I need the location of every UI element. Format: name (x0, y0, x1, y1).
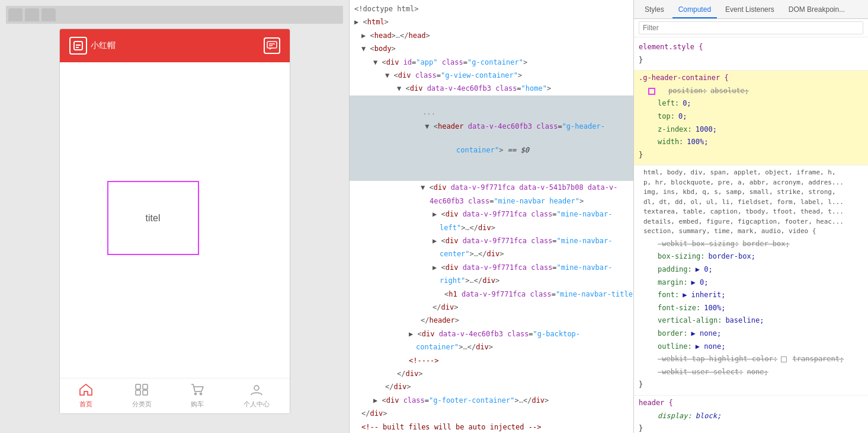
prop-webkit-tap: -webkit-tap-highlight-color: (648, 353, 777, 366)
expand-arrow-body[interactable]: ▼ (361, 44, 366, 53)
mobile-footer: 首页 分类页 (60, 378, 290, 413)
dom-line[interactable]: ▶ <div data-v-9f771fca class="mine-navba… (350, 234, 633, 247)
more-btn[interactable]: ··· (422, 110, 435, 118)
expand-arrow-view[interactable]: ▼ (385, 71, 389, 79)
svg-rect-3 (267, 42, 277, 48)
style-selector-element: element.style { (639, 41, 863, 54)
dom-line-selected[interactable]: ··· ▼ <header data-v-4ec60fb3 class="g-h… (350, 95, 633, 182)
prop-top-value: 0; (678, 110, 687, 123)
expand-arrow[interactable]: ▶ (361, 31, 366, 40)
dom-inspector-panel: <!doctype html> ▶ <html> ▶ <head>…</head… (350, 0, 634, 433)
prop-display: display: (648, 410, 692, 423)
content-label: titel (146, 213, 161, 224)
mobile-header: 小红帽 (60, 29, 290, 62)
style-prop-width: width: 100%; (639, 136, 863, 149)
expand-arrow-left[interactable]: ▶ (433, 210, 437, 218)
footer-item-profile[interactable]: 个人中心 (244, 384, 270, 409)
tag-bracket: < (363, 18, 367, 26)
dom-line[interactable]: ▶ <div data-v-4ec60fb3 class="g-backtop- (350, 327, 633, 340)
dom-line[interactable]: container">…</div> (350, 340, 633, 354)
expand-arrow-right[interactable]: ▶ (433, 263, 437, 272)
prop-box-sizing: box-sizing: (648, 250, 704, 263)
prop-vertical-align: vertical-align: (648, 314, 722, 327)
dom-content[interactable]: <!doctype html> ▶ <html> ▶ <head>…</head… (350, 0, 633, 433)
dom-line[interactable]: center">…</div> (350, 247, 633, 260)
mobile-content: titel (60, 62, 290, 378)
dom-line[interactable]: ▼ <body> (350, 42, 633, 55)
dom-line[interactable]: ▶ <html> (350, 15, 633, 28)
dom-line[interactable]: </div> (350, 407, 633, 420)
prop-width-value: 100%; (687, 136, 708, 149)
svg-rect-7 (143, 384, 148, 389)
style-prop-border: border: ▶ none; (639, 327, 863, 340)
dom-line[interactable]: ▼ <div class="g-view-container"> (350, 69, 633, 82)
dom-line[interactable]: <!-- built files will be auto injected -… (350, 421, 633, 434)
dom-line[interactable]: left">…</div> (350, 221, 633, 234)
svg-rect-1 (76, 44, 81, 46)
tab-computed[interactable]: Computed (672, 2, 717, 18)
dom-line[interactable]: <!----> (350, 354, 633, 367)
footer-item-category[interactable]: 分类页 (132, 384, 152, 409)
dom-line[interactable]: </div> (350, 301, 633, 314)
prop-box-sizing-value: border-box; (708, 250, 755, 263)
dom-line[interactable]: ▶ <div data-v-9f771fca class="mine-navba… (350, 208, 633, 221)
tab-event-listeners[interactable]: Event Listeners (719, 2, 780, 18)
dom-line[interactable]: <!doctype html> (350, 2, 633, 15)
expand-arrow[interactable]: ▶ (354, 18, 358, 26)
dom-line[interactable]: </div> (350, 380, 633, 393)
expand-arrow-backtop[interactable]: ▶ (409, 330, 413, 338)
tag-bracket: > (385, 18, 389, 26)
style-prop-margin: margin: ▶ 0; (639, 276, 863, 289)
dom-line[interactable]: ▶ <div data-v-9f771fca class="mine-navba… (350, 261, 633, 274)
style-prop-top: top: 0; (639, 110, 863, 123)
footer-item-cart[interactable]: 购车 (191, 384, 204, 409)
prop-padding-value: ▶ 0; (696, 263, 713, 276)
dom-line[interactable]: right">…</div> (350, 274, 633, 287)
dom-line[interactable]: </header> (350, 314, 633, 327)
dom-line[interactable]: ▼ <div id="app" class="g-container"> (350, 56, 633, 69)
tab-styles[interactable]: Styles (639, 2, 670, 18)
logo-icon (69, 37, 87, 55)
dom-line[interactable]: 4ec60fb3 class="mine-navbar header"> (350, 195, 633, 208)
style-close-reset: } (639, 378, 863, 391)
style-prop-box-sizing: box-sizing: border-box; (639, 250, 863, 263)
category-icon (135, 384, 148, 399)
expand-arrow-header[interactable]: ▼ (425, 122, 429, 130)
dom-line[interactable]: <h1 data-v-9f771fca class="mine-navbar-t… (350, 288, 633, 301)
style-checkbox-position[interactable] (648, 88, 655, 95)
dom-line[interactable]: ▶ <div class="g-footer-container">…</div… (350, 394, 633, 407)
expand-arrow-home[interactable]: ▼ (397, 84, 401, 93)
filter-input[interactable] (639, 21, 863, 34)
tab-item-3[interactable] (41, 8, 56, 21)
mobile-frame: 小红帽 titel (59, 28, 290, 414)
prop-font-value: ▶ inherit; (683, 289, 725, 302)
tab-item-2[interactable] (25, 8, 39, 21)
tab-dom-breakpoints[interactable]: DOM Breakpoin... (783, 2, 851, 18)
style-prop-webkit-tap: -webkit-tap-highlight-color: transparent… (639, 353, 863, 366)
style-prop-position: position: absolute; (639, 85, 863, 98)
footer-item-home[interactable]: 首页 (79, 384, 92, 409)
expand-arrow-div[interactable]: ▼ (373, 58, 377, 66)
dom-line[interactable]: ▼ <div data-v-9f771fca data-v-541b7b08 d… (350, 181, 633, 194)
style-prop-outline: outline: ▶ none; (639, 340, 863, 354)
dom-line[interactable]: ▶ <head>…</head> (350, 29, 633, 42)
style-close: } (639, 54, 863, 67)
dom-line[interactable]: </div> (350, 367, 633, 380)
expand-arrow-footer[interactable]: ▶ (373, 396, 377, 405)
prop-webkit-box-sizing-value: border-box; (742, 238, 789, 251)
prop-position-name: position: (659, 85, 707, 98)
prop-webkit-tap-value: transparent; (793, 355, 844, 363)
prop-webkit-user-select-value: none; (747, 366, 768, 379)
style-block-reset: html, body, div, span, applet, object, i… (634, 165, 868, 396)
expand-arrow-center[interactable]: ▶ (433, 237, 437, 245)
style-prop-left: left: 0; (639, 97, 863, 110)
expand-arrow-navbar[interactable]: ▼ (421, 183, 425, 192)
prop-margin: margin: (648, 276, 688, 289)
svg-rect-2 (76, 47, 79, 48)
prop-padding: padding: (648, 263, 692, 276)
browser-tabs (6, 6, 343, 24)
tab-item[interactable] (8, 8, 23, 21)
prop-outline-value: ▶ none; (696, 340, 726, 354)
dom-line[interactable]: ▼ <div data-v-4ec60fb3 class="home"> (350, 82, 633, 95)
chat-icon[interactable] (264, 37, 280, 54)
